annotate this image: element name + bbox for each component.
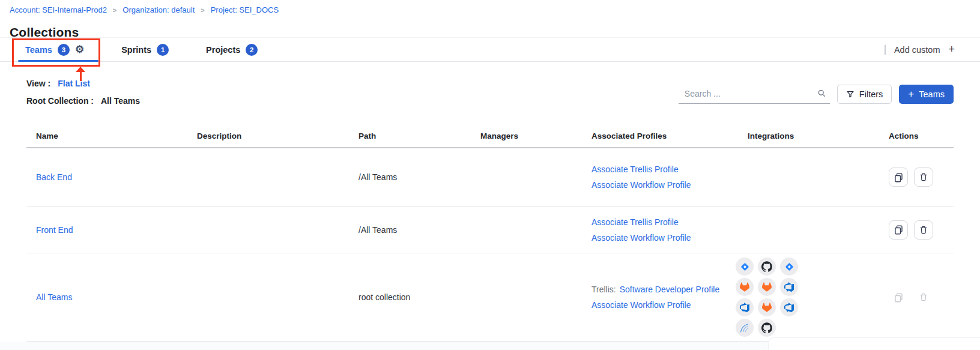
cell-path: /All Teams — [358, 225, 480, 235]
cell-associated-profiles: Associate Trellis Profile Associate Work… — [591, 164, 730, 190]
tab-sprints-label: Sprints — [121, 45, 151, 55]
breadcrumb-project-link[interactable]: Project: SEI_DOCS — [211, 5, 279, 14]
column-header-name: Name — [26, 131, 197, 140]
breadcrumb: Account: SEI-Internal-Prod2 > Organizati… — [10, 5, 279, 14]
vertical-divider — [885, 45, 886, 55]
view-label: View : — [26, 79, 50, 88]
integration-icon-github — [758, 319, 776, 337]
root-collection-value: All Teams — [101, 96, 140, 106]
integration-icon-jira — [780, 258, 798, 276]
tab-projects-count-badge: 2 — [246, 44, 258, 56]
associate-workflow-profile-link[interactable]: Associate Workflow Profile — [591, 180, 691, 190]
column-header-description: Description — [197, 131, 358, 140]
cell-associated-profiles: Trellis:Software Developer Profile Assoc… — [591, 285, 730, 310]
chevron-right-icon: > — [201, 7, 204, 14]
integration-icon-gitlab — [758, 298, 776, 316]
integration-icon-azure-devops — [780, 278, 798, 296]
collection-name-link[interactable]: Back End — [36, 172, 72, 182]
add-teams-label: Teams — [919, 89, 945, 99]
column-header-associated-profiles: Associated Profiles — [591, 131, 730, 140]
column-header-integrations: Integrations — [730, 131, 865, 140]
cell-integrations — [730, 258, 865, 337]
associate-trellis-profile-link[interactable]: Associate Trellis Profile — [591, 217, 679, 227]
settings-gear-icon[interactable]: ⚙ — [75, 44, 84, 55]
plus-icon: + — [948, 43, 955, 56]
table-row: Back End /All Teams Associate Trellis Pr… — [26, 148, 954, 207]
add-custom-label: Add custom — [894, 45, 940, 55]
chevron-right-icon: > — [113, 7, 116, 14]
copy-icon — [894, 292, 904, 303]
collections-table: Name Description Path Managers Associate… — [26, 125, 954, 342]
add-teams-button[interactable]: + Teams — [899, 85, 954, 104]
integration-icon-gitlab — [736, 278, 754, 296]
trellis-profile-link[interactable]: Software Developer Profile — [620, 285, 720, 294]
column-header-managers: Managers — [480, 131, 591, 140]
integration-icon-azure-devops — [780, 298, 798, 316]
table-toolbar: Filters + Teams — [679, 85, 954, 104]
integration-icon-jira — [736, 258, 754, 276]
delete-collection-button[interactable] — [914, 167, 933, 187]
integration-icon-sonarqube — [736, 319, 754, 337]
trash-icon — [919, 292, 928, 302]
annotation-arrow-stem — [80, 72, 82, 81]
profile-prefix: Trellis: — [591, 285, 616, 294]
copy-icon — [894, 172, 904, 183]
tab-bar: Teams 3 ⚙ Sprints 1 Projects 2 Add custo… — [0, 37, 980, 62]
collection-name-link[interactable]: Front End — [36, 225, 73, 235]
table-row: All Teams root collection Trellis:Softwa… — [26, 253, 954, 342]
add-custom-button[interactable]: Add custom + — [885, 38, 955, 61]
integrations-grid — [736, 258, 865, 337]
delete-collection-button[interactable] — [914, 220, 933, 240]
tab-teams-label: Teams — [25, 45, 52, 55]
tab-sprints[interactable]: Sprints 1 — [120, 38, 170, 61]
copy-icon — [894, 225, 904, 235]
collection-name-link[interactable]: All Teams — [36, 292, 72, 302]
filter-funnel-icon — [846, 90, 854, 98]
filters-button[interactable]: Filters — [837, 85, 892, 104]
cell-path: /All Teams — [358, 172, 480, 182]
copy-collection-button[interactable] — [889, 167, 908, 187]
breadcrumb-organization-link[interactable]: Organization: default — [122, 5, 195, 14]
trash-icon — [919, 172, 928, 182]
cell-actions — [865, 288, 954, 307]
trash-icon — [919, 225, 928, 235]
column-header-actions: Actions — [865, 131, 954, 140]
view-mode-link[interactable]: Flat List — [58, 79, 90, 88]
search-input[interactable] — [683, 88, 814, 99]
associate-trellis-profile-link[interactable]: Associate Trellis Profile — [591, 164, 679, 174]
associate-workflow-profile-link[interactable]: Associate Workflow Profile — [591, 233, 691, 243]
cell-actions — [865, 220, 954, 240]
root-collection-label: Root Collection : — [26, 96, 94, 106]
breadcrumb-account-link[interactable]: Account: SEI-Internal-Prod2 — [10, 5, 107, 14]
cell-associated-profiles: Associate Trellis Profile Associate Work… — [591, 217, 730, 243]
integration-icon-gitlab — [758, 278, 776, 296]
delete-collection-button-disabled — [914, 288, 933, 307]
associate-workflow-profile-link[interactable]: Associate Workflow Profile — [591, 300, 691, 310]
table-row: Front End /All Teams Associate Trellis P… — [26, 207, 954, 253]
copy-collection-button-disabled — [889, 288, 908, 307]
search-box[interactable] — [679, 85, 830, 104]
bottom-right-panel — [768, 337, 980, 350]
search-icon — [817, 89, 826, 98]
plus-icon: + — [908, 88, 914, 100]
integration-icon-github — [758, 258, 776, 276]
tab-sprints-count-badge: 1 — [157, 44, 169, 56]
column-header-path: Path — [358, 131, 480, 140]
cell-actions — [865, 167, 954, 187]
cell-path: root collection — [358, 292, 480, 302]
tab-projects[interactable]: Projects 2 — [205, 38, 259, 61]
table-header-row: Name Description Path Managers Associate… — [26, 125, 954, 148]
tab-teams[interactable]: Teams 3 ⚙ — [24, 38, 85, 61]
view-controls: View : Flat List Root Collection : All T… — [26, 79, 140, 106]
integration-icon-azure-devops — [736, 298, 754, 316]
tab-projects-label: Projects — [206, 45, 240, 55]
copy-collection-button[interactable] — [889, 220, 908, 240]
filters-label: Filters — [859, 89, 883, 99]
tab-teams-count-badge: 3 — [58, 44, 70, 56]
annotation-arrow-head — [76, 67, 85, 72]
